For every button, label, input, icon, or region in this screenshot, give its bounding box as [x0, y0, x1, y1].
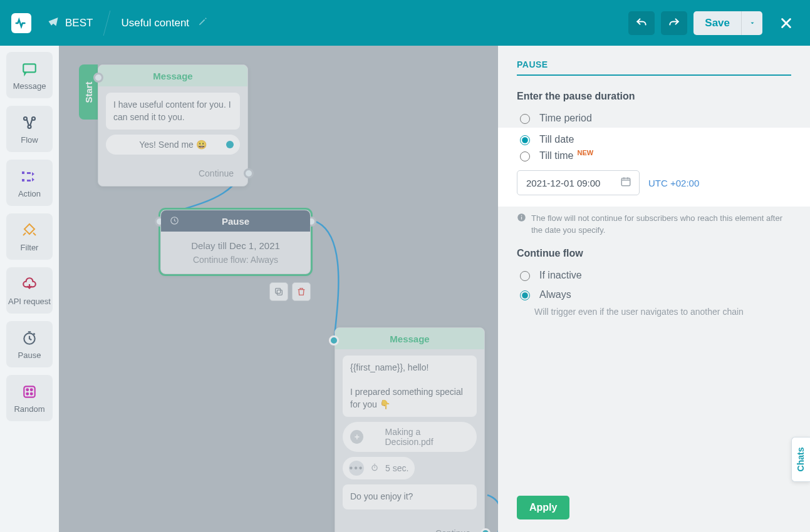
clock-icon: [170, 216, 179, 227]
panel-heading: PAUSE: [517, 59, 791, 76]
node-message-2[interactable]: Message {{first_name}}, hello! I prepare…: [335, 327, 485, 532]
info-note: The flow will not continue for subscribe…: [517, 213, 791, 237]
telegram-icon: [48, 16, 59, 30]
continue-label: Continue: [435, 528, 470, 532]
apply-button[interactable]: Apply: [517, 496, 569, 519]
chats-tab[interactable]: Chats: [791, 437, 810, 482]
new-badge: NEW: [578, 149, 594, 156]
node-pause[interactable]: Pause Delay till Dec 1, 2021 Continue fl…: [160, 210, 311, 274]
tool-random[interactable]: Random: [6, 375, 53, 421]
tool-flow[interactable]: Flow: [6, 106, 53, 152]
message-icon: [21, 60, 38, 78]
svg-point-9: [31, 392, 33, 394]
always-hint: Will trigger even if the user navigates …: [534, 307, 791, 317]
app-logo[interactable]: [11, 13, 31, 33]
tool-filter[interactable]: Filter: [6, 213, 53, 260]
svg-point-8: [26, 392, 28, 394]
tool-pause[interactable]: Pause: [6, 321, 53, 367]
bot-name[interactable]: BEST: [65, 17, 93, 29]
input-port-icon[interactable]: [329, 335, 339, 345]
continue-flow-line: Continue flow: Always: [169, 255, 303, 265]
svg-rect-5: [24, 386, 34, 397]
filter-icon: [21, 222, 38, 239]
save-dropdown-button[interactable]: [741, 11, 762, 35]
svg-rect-16: [521, 217, 522, 220]
svg-rect-11: [277, 290, 282, 295]
plus-icon: +: [350, 430, 363, 444]
continue-section-title: Continue flow: [517, 248, 791, 259]
top-bar: BEST Useful content Save: [0, 0, 810, 46]
save-button[interactable]: Save: [693, 11, 741, 35]
close-button[interactable]: [774, 11, 799, 35]
svg-rect-0: [23, 64, 36, 72]
tool-label: Filter: [21, 243, 39, 252]
timezone-label[interactable]: UTC +02:00: [648, 178, 699, 188]
node-title: Message: [335, 328, 484, 349]
radio-time-period[interactable]: Time period: [517, 112, 791, 124]
tool-label: Pause: [18, 350, 41, 360]
toolbox: Message Flow Action Filter API request P…: [0, 46, 59, 532]
tool-label: Flow: [21, 135, 38, 145]
output-port-icon[interactable]: [226, 141, 234, 148]
node-title: Pause: [222, 216, 249, 227]
message-text: {{first_name}}, hello! I prepared someth…: [343, 356, 477, 417]
svg-point-6: [26, 389, 28, 391]
flow-name[interactable]: Useful content: [121, 17, 189, 29]
tool-label: Action: [18, 189, 41, 198]
message-quick-reply[interactable]: Yes! Send me 😀: [106, 135, 240, 155]
random-icon: [21, 383, 38, 401]
stopwatch-icon: [370, 463, 379, 474]
tool-label: Random: [14, 404, 44, 414]
redo-button[interactable]: [661, 11, 687, 35]
delete-button[interactable]: [292, 282, 311, 301]
pause-icon: [21, 329, 38, 347]
radio-till-date[interactable]: Till date: [517, 133, 791, 145]
start-label: Start: [83, 81, 94, 103]
node-message-1[interactable]: Message I have useful content for you. I…: [98, 64, 248, 187]
continue-label: Continue: [199, 168, 234, 178]
svg-point-3: [28, 125, 31, 128]
duplicate-button[interactable]: [269, 282, 288, 301]
calendar-icon[interactable]: [620, 176, 631, 190]
date-field[interactable]: [525, 177, 613, 189]
radio-till-time[interactable]: Till timeNEW: [517, 149, 791, 161]
start-badge[interactable]: Start: [79, 64, 98, 120]
date-input[interactable]: [517, 170, 640, 195]
svg-rect-12: [276, 289, 281, 294]
duration-section-title: Enter the pause duration: [517, 91, 791, 102]
svg-rect-17: [521, 215, 522, 216]
node-title: Message: [98, 65, 247, 86]
flow-icon: [21, 114, 38, 131]
info-icon: [517, 213, 526, 237]
breadcrumb: BEST Useful content: [48, 11, 207, 36]
action-icon: [21, 168, 38, 185]
tool-label: API request: [8, 297, 51, 306]
tool-action[interactable]: Action: [6, 160, 53, 206]
message-text: I have useful content for you. I can sen…: [106, 93, 240, 130]
api-icon: [21, 275, 38, 293]
side-panel-pause: PAUSE Enter the pause duration Time peri…: [498, 46, 810, 532]
undo-button[interactable]: [628, 11, 655, 35]
svg-point-13: [372, 465, 377, 470]
tool-label: Message: [13, 81, 46, 91]
file-attachment[interactable]: + Making a Decision.pdf: [343, 422, 477, 452]
radio-always[interactable]: Always: [517, 289, 791, 300]
pencil-icon[interactable]: [198, 17, 207, 29]
tool-message[interactable]: Message: [6, 52, 53, 98]
message-text-2: Do you enjoy it?: [343, 484, 477, 509]
more-icon: •••: [349, 461, 364, 476]
svg-point-7: [31, 389, 33, 391]
tool-api-request[interactable]: API request: [6, 267, 53, 314]
radio-if-inactive[interactable]: If inactive: [517, 269, 791, 281]
delay-chip[interactable]: ••• 5 sec.: [343, 457, 415, 479]
svg-rect-14: [621, 178, 630, 186]
